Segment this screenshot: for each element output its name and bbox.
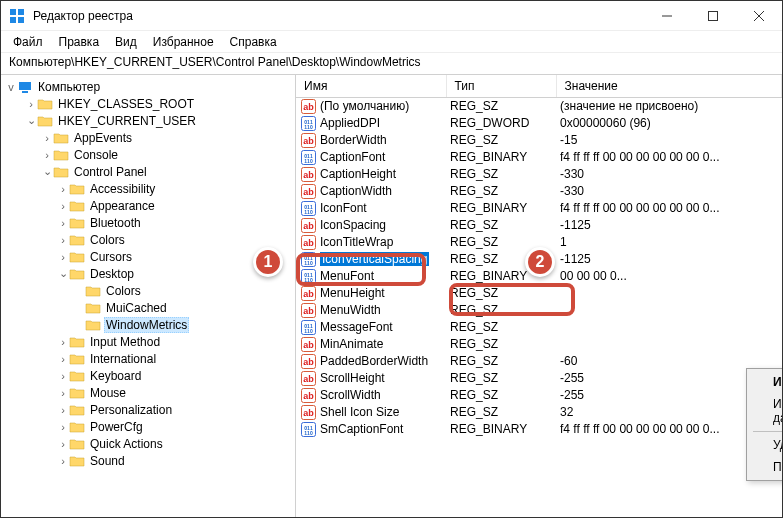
tree-node[interactable]: ›Cursors (1, 248, 295, 265)
tree-root[interactable]: vКомпьютер (1, 78, 295, 95)
tree-node[interactable]: ›Input Method (1, 333, 295, 350)
tree-node[interactable]: ⌄HKEY_CURRENT_USER (1, 112, 295, 129)
expand-icon[interactable]: › (57, 404, 69, 416)
expand-icon[interactable]: › (57, 370, 69, 382)
expand-icon[interactable]: › (57, 455, 69, 467)
value-type: REG_SZ (446, 336, 556, 353)
value-type: REG_SZ (446, 217, 556, 234)
tree-node-label: Console (72, 148, 120, 162)
maximize-button[interactable] (690, 1, 736, 31)
expand-icon[interactable]: › (57, 336, 69, 348)
tree-node[interactable]: ⌄Control Panel (1, 163, 295, 180)
value-row[interactable]: 011110CaptionFontREG_BINARYf4 ff ff ff 0… (296, 149, 782, 166)
expand-icon[interactable]: › (25, 98, 37, 110)
tree-node[interactable]: ›International (1, 350, 295, 367)
expand-icon[interactable]: › (57, 200, 69, 212)
value-name: IconVerticalSpacing (320, 252, 429, 266)
value-row[interactable]: 011110IconFontREG_BINARYf4 ff ff ff 00 0… (296, 200, 782, 217)
tree-node[interactable]: ›Sound (1, 452, 295, 469)
tree-node[interactable]: Colors (1, 282, 295, 299)
value-data: -1125 (556, 251, 782, 268)
tree-node[interactable]: ›Personalization (1, 401, 295, 418)
value-row[interactable]: abScrollHeightREG_SZ-255 (296, 370, 782, 387)
folder-icon (53, 148, 69, 162)
minimize-button[interactable] (644, 1, 690, 31)
value-row[interactable]: abMinAnimateREG_SZ (296, 336, 782, 353)
expand-icon[interactable]: ⌄ (25, 114, 37, 127)
svg-text:110: 110 (304, 158, 313, 164)
expand-icon[interactable]: › (57, 438, 69, 450)
menu-help[interactable]: Справка (222, 33, 285, 51)
close-button[interactable] (736, 1, 782, 31)
ctx-rename[interactable]: Переименовать (749, 456, 782, 478)
expand-icon[interactable]: › (57, 251, 69, 263)
tree-node-label: WindowMetrics (104, 317, 189, 333)
value-type-icon: ab (300, 336, 316, 352)
expand-icon[interactable]: › (57, 217, 69, 229)
value-row[interactable]: ab(По умолчанию)REG_SZ(значение не присв… (296, 97, 782, 115)
menu-file[interactable]: Файл (5, 33, 51, 51)
menu-view[interactable]: Вид (107, 33, 145, 51)
value-row[interactable]: 011110MessageFontREG_SZ (296, 319, 782, 336)
value-type-icon: 011110 (300, 251, 316, 267)
svg-text:110: 110 (304, 277, 313, 283)
value-name: ScrollWidth (320, 388, 381, 402)
expand-icon[interactable]: › (57, 421, 69, 433)
tree-node[interactable]: ›Keyboard (1, 367, 295, 384)
expand-icon[interactable]: ⌄ (41, 165, 53, 178)
col-value[interactable]: Значение (556, 75, 782, 97)
tree-node[interactable]: ›Accessibility (1, 180, 295, 197)
tree-node[interactable]: WindowMetrics (1, 316, 295, 333)
menu-favorites[interactable]: Избранное (145, 33, 222, 51)
value-row[interactable]: abMenuHeightREG_SZ (296, 285, 782, 302)
tree-node[interactable]: ›AppEvents (1, 129, 295, 146)
value-list[interactable]: Имя Тип Значение ab(По умолчанию)REG_SZ(… (296, 75, 782, 517)
tree-node[interactable]: ›HKEY_CLASSES_ROOT (1, 95, 295, 112)
expand-icon[interactable]: › (41, 132, 53, 144)
col-name[interactable]: Имя (296, 75, 446, 97)
tree-node[interactable]: ›Bluetooth (1, 214, 295, 231)
tree-node[interactable]: ›Quick Actions (1, 435, 295, 452)
value-row[interactable]: abBorderWidthREG_SZ-15 (296, 132, 782, 149)
ctx-modify-binary[interactable]: Изменить двоичные данные... (749, 393, 782, 429)
registry-tree[interactable]: vКомпьютер›HKEY_CLASSES_ROOT⌄HKEY_CURREN… (1, 75, 296, 517)
tree-node[interactable]: ⌄Desktop (1, 265, 295, 282)
value-row[interactable]: 011110SmCaptionFontREG_BINARYf4 ff ff ff… (296, 421, 782, 438)
tree-node[interactable]: ›Console (1, 146, 295, 163)
value-row[interactable]: abCaptionHeightREG_SZ-330 (296, 166, 782, 183)
svg-rect-5 (709, 11, 718, 20)
expand-icon[interactable]: › (57, 387, 69, 399)
value-row[interactable]: abMenuWidthREG_SZ (296, 302, 782, 319)
expand-icon[interactable]: ⌄ (57, 267, 69, 280)
tree-node[interactable]: ›Colors (1, 231, 295, 248)
address-bar[interactable]: Компьютер\HKEY_CURRENT_USER\Control Pane… (1, 53, 782, 75)
tree-node[interactable]: ›Appearance (1, 197, 295, 214)
expand-icon[interactable]: › (41, 149, 53, 161)
value-row[interactable]: 011110AppliedDPIREG_DWORD0x00000060 (96) (296, 115, 782, 132)
ctx-modify[interactable]: Изменить... (749, 371, 782, 393)
tree-node[interactable]: MuiCached (1, 299, 295, 316)
value-data (556, 285, 782, 302)
tree-node[interactable]: ›PowerCfg (1, 418, 295, 435)
value-row[interactable]: abCaptionWidthREG_SZ-330 (296, 183, 782, 200)
tree-node-label: International (88, 352, 158, 366)
value-row[interactable]: abIconSpacingREG_SZ-1125 (296, 217, 782, 234)
value-type: REG_SZ (446, 166, 556, 183)
expand-icon[interactable]: › (57, 183, 69, 195)
value-row[interactable]: abPaddedBorderWidthREG_SZ-60 (296, 353, 782, 370)
folder-icon (69, 216, 85, 230)
value-row[interactable]: abScrollWidthREG_SZ-255 (296, 387, 782, 404)
expand-icon[interactable]: › (57, 353, 69, 365)
expand-icon[interactable]: › (57, 234, 69, 246)
value-name: BorderWidth (320, 133, 387, 147)
ctx-delete[interactable]: Удалить (749, 434, 782, 456)
value-type-icon: ab (300, 132, 316, 148)
value-row[interactable]: abShell Icon SizeREG_SZ32 (296, 404, 782, 421)
menu-edit[interactable]: Правка (51, 33, 108, 51)
window-title: Редактор реестра (33, 9, 644, 23)
col-type[interactable]: Тип (446, 75, 556, 97)
svg-rect-1 (18, 9, 24, 15)
folder-icon (53, 165, 69, 179)
tree-node-label: MuiCached (104, 301, 169, 315)
tree-node[interactable]: ›Mouse (1, 384, 295, 401)
